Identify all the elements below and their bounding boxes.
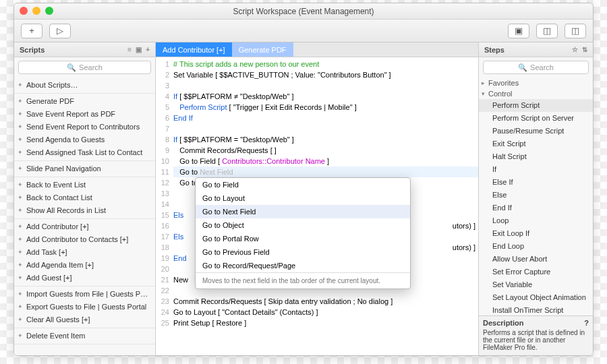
scripts-list: About Scripts…Generate PDFSave Event Rep…: [14, 78, 155, 355]
script-item[interactable]: Import Guests from File | Guests Portal: [14, 288, 155, 301]
titlebar: Script Workspace (Event Management): [14, 3, 593, 20]
script-item[interactable]: Clear All Guests [+]: [14, 313, 155, 326]
step-item[interactable]: Perform Script on Server: [479, 112, 593, 125]
toggle-left-pane-button[interactable]: ◫: [536, 24, 558, 38]
script-item[interactable]: About Scripts…: [14, 79, 155, 92]
script-item[interactable]: Delete Event Item: [14, 330, 155, 342]
steps-list: FavoritesControlPerform ScriptPerform Sc…: [479, 78, 593, 315]
close-icon[interactable]: [20, 7, 28, 15]
plus-icon[interactable]: +: [146, 46, 150, 53]
script-item[interactable]: Send Event Report to Contributors: [14, 121, 155, 133]
steps-search-input[interactable]: 🔍 Search: [483, 61, 589, 74]
script-item[interactable]: Add Task [+]: [14, 246, 155, 259]
list-icon[interactable]: ≡: [127, 46, 132, 53]
new-script-button[interactable]: +: [21, 24, 42, 38]
description-box: Description? Performs a script that is d…: [479, 315, 593, 355]
step-item[interactable]: Install OnTimer Script: [479, 304, 593, 315]
toolbar: + ▷ ▣ ◫ ◫: [14, 20, 593, 42]
autocomplete-item[interactable]: Go to Next Field: [196, 205, 410, 218]
script-tab[interactable]: Generate PDF: [232, 42, 293, 57]
script-tab[interactable]: Add Contributor [+]: [156, 42, 232, 57]
step-item[interactable]: Set Variable: [479, 278, 593, 291]
step-item[interactable]: End If: [479, 202, 593, 214]
step-item[interactable]: Exit Script: [479, 138, 593, 150]
autocomplete-item[interactable]: Go to Object: [196, 218, 410, 232]
description-text: Performs a script that is defined in the…: [483, 329, 589, 351]
autocomplete-item[interactable]: Go to Previous Field: [196, 245, 410, 259]
step-item[interactable]: If: [479, 163, 593, 176]
scripts-pane-title: Scripts: [20, 46, 45, 54]
search-placeholder: Search: [79, 63, 103, 71]
script-item[interactable]: Slide Panel Navigation: [14, 162, 155, 175]
autocomplete-popup[interactable]: Go to FieldGo to LayoutGo to Next FieldG…: [195, 177, 411, 289]
script-item[interactable]: Add Contributor [+]: [14, 220, 155, 233]
star-icon[interactable]: ☆: [572, 46, 578, 53]
script-item[interactable]: Back to Contact List: [14, 191, 155, 204]
step-category[interactable]: Favorites: [479, 78, 593, 88]
step-item[interactable]: Halt Script: [479, 150, 593, 163]
steps-pane: Steps ☆⇅ 🔍 Search FavoritesControlPerfor…: [478, 42, 593, 355]
step-item[interactable]: Perform Script: [479, 99, 593, 112]
script-item[interactable]: Save Event Report as PDF: [14, 108, 155, 121]
step-category[interactable]: Control: [479, 88, 593, 99]
editor-pane: Add Contributor [+]Generate PDF 1# This …: [156, 42, 478, 355]
autocomplete-item[interactable]: Go to Field: [196, 178, 410, 191]
script-item[interactable]: Send Agenda to Guests: [14, 133, 155, 146]
autocomplete-item[interactable]: Go to Record/Request/Page: [196, 259, 410, 272]
autocomplete-item[interactable]: Go to Portal Row: [196, 232, 410, 245]
toggle-right-pane-button[interactable]: ◫: [565, 24, 586, 38]
help-icon[interactable]: ?: [584, 319, 589, 327]
script-item[interactable]: Send Assigned Task List to Contact: [14, 146, 155, 159]
zoom-icon[interactable]: [45, 7, 53, 15]
step-item[interactable]: Else: [479, 189, 593, 202]
steps-pane-title: Steps: [484, 46, 504, 54]
step-item[interactable]: Loop: [479, 214, 593, 227]
script-item[interactable]: Generate PDF: [14, 95, 155, 108]
code-editor[interactable]: 1# This script adds a new person to our …: [156, 57, 478, 355]
window: Script Workspace (Event Management) + ▷ …: [13, 3, 594, 356]
script-item[interactable]: Back to Event List: [14, 179, 155, 191]
step-item[interactable]: Else If: [479, 176, 593, 189]
tab-bar: Add Contributor [+]Generate PDF: [156, 42, 478, 57]
script-item[interactable]: Add Contributor to Contacts [+]: [14, 233, 155, 246]
sort-icon[interactable]: ⇅: [582, 46, 587, 53]
toolbar-button-1[interactable]: ▣: [508, 24, 529, 38]
step-item[interactable]: Set Layout Object Animation: [479, 291, 593, 304]
scripts-pane: Scripts ≡▣+ 🔍 Search About Scripts…Gener…: [14, 42, 156, 355]
autocomplete-item[interactable]: Go to Layout: [196, 191, 410, 205]
script-item[interactable]: Export Guests to File | Guests Portal: [14, 301, 155, 313]
minimize-icon[interactable]: [32, 7, 40, 15]
script-item[interactable]: Add Agenda Item [+]: [14, 259, 155, 272]
script-item[interactable]: Show All Records in List: [14, 204, 155, 217]
scripts-search-input[interactable]: 🔍 Search: [18, 61, 151, 74]
step-item[interactable]: Set Error Capture: [479, 266, 593, 278]
step-item[interactable]: Allow User Abort: [479, 253, 593, 266]
folder-icon[interactable]: ▣: [136, 46, 142, 53]
description-title: Description: [483, 319, 524, 327]
step-item[interactable]: Exit Loop If: [479, 227, 593, 240]
run-button[interactable]: ▷: [49, 24, 71, 38]
window-title: Script Workspace (Event Management): [233, 7, 374, 16]
autocomplete-hint: Moves to the next field in the tab order…: [196, 272, 410, 289]
step-item[interactable]: End Loop: [479, 240, 593, 253]
traffic-lights: [20, 7, 53, 15]
script-item[interactable]: Add Guest [+]: [14, 272, 155, 284]
body: Scripts ≡▣+ 🔍 Search About Scripts…Gener…: [14, 42, 593, 355]
step-item[interactable]: Pause/Resume Script: [479, 125, 593, 138]
steps-search-placeholder: Search: [530, 63, 554, 71]
